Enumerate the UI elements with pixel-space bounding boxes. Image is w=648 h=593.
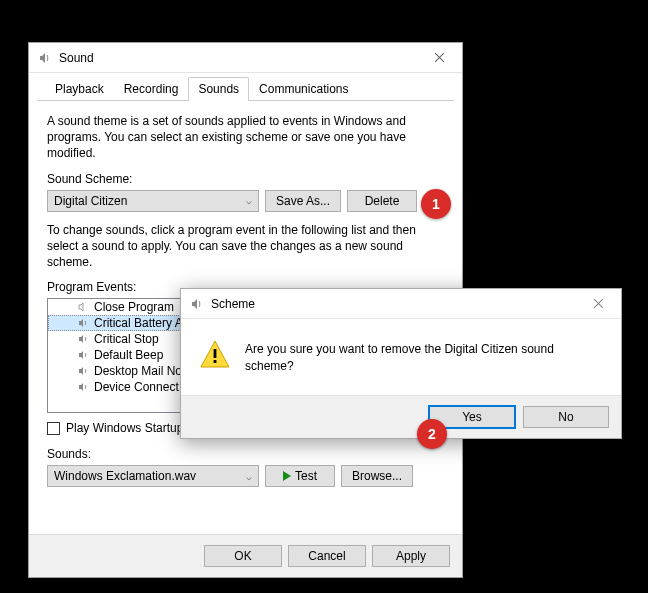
scheme-combo[interactable]: Digital Citizen ⌵ bbox=[47, 190, 259, 212]
warning-icon bbox=[199, 339, 231, 369]
annotation-badge-2: 2 bbox=[417, 419, 447, 449]
close-icon[interactable] bbox=[577, 290, 619, 318]
sounds-value: Windows Exclamation.wav bbox=[54, 469, 196, 483]
tab-recording[interactable]: Recording bbox=[114, 77, 189, 100]
sound-icon bbox=[189, 296, 205, 312]
tab-strip: Playback Recording Sounds Communications bbox=[37, 73, 454, 101]
event-label: Device Connect bbox=[94, 380, 179, 394]
dialog-title: Scheme bbox=[211, 297, 577, 311]
ok-button[interactable]: OK bbox=[204, 545, 282, 567]
speaker-icon bbox=[76, 365, 90, 377]
titlebar[interactable]: Sound bbox=[29, 43, 462, 73]
event-label: Close Program bbox=[94, 300, 174, 314]
annotation-badge-1: 1 bbox=[421, 189, 451, 219]
chevron-down-icon: ⌵ bbox=[246, 195, 252, 206]
play-icon bbox=[283, 471, 291, 481]
delete-button[interactable]: Delete bbox=[347, 190, 417, 212]
events-description: To change sounds, click a program event … bbox=[47, 222, 444, 271]
no-button[interactable]: No bbox=[523, 406, 609, 428]
scheme-dialog: Scheme Are you sure you want to remove t… bbox=[180, 288, 622, 439]
test-button[interactable]: Test bbox=[265, 465, 335, 487]
sound-icon bbox=[37, 50, 53, 66]
speaker-icon bbox=[76, 381, 90, 393]
dialog-footer: OK Cancel Apply bbox=[29, 534, 462, 577]
checkbox-icon[interactable] bbox=[47, 422, 60, 435]
event-label: Default Beep bbox=[94, 348, 163, 362]
event-label: Critical Stop bbox=[94, 332, 159, 346]
tab-communications[interactable]: Communications bbox=[249, 77, 358, 100]
cancel-button[interactable]: Cancel bbox=[288, 545, 366, 567]
svg-rect-1 bbox=[214, 360, 217, 363]
speaker-icon bbox=[76, 317, 90, 329]
scheme-label: Sound Scheme: bbox=[47, 172, 444, 186]
scheme-description: A sound theme is a set of sounds applied… bbox=[47, 113, 444, 162]
dialog-body: Are you sure you want to remove the Digi… bbox=[181, 319, 621, 395]
sounds-combo[interactable]: Windows Exclamation.wav ⌵ bbox=[47, 465, 259, 487]
speaker-icon bbox=[76, 333, 90, 345]
test-label: Test bbox=[295, 469, 317, 483]
window-title: Sound bbox=[59, 51, 418, 65]
dialog-message: Are you sure you want to remove the Digi… bbox=[245, 339, 603, 375]
dialog-buttons: Yes No bbox=[181, 395, 621, 438]
apply-button[interactable]: Apply bbox=[372, 545, 450, 567]
sounds-label: Sounds: bbox=[47, 447, 444, 461]
save-as-button[interactable]: Save As... bbox=[265, 190, 341, 212]
speaker-icon bbox=[76, 301, 90, 313]
chevron-down-icon: ⌵ bbox=[246, 471, 252, 482]
close-icon[interactable] bbox=[418, 44, 460, 72]
svg-rect-0 bbox=[214, 349, 217, 358]
scheme-value: Digital Citizen bbox=[54, 194, 127, 208]
tab-sounds[interactable]: Sounds bbox=[188, 77, 249, 100]
speaker-icon bbox=[76, 349, 90, 361]
tab-playback[interactable]: Playback bbox=[45, 77, 114, 100]
titlebar[interactable]: Scheme bbox=[181, 289, 621, 319]
browse-button[interactable]: Browse... bbox=[341, 465, 413, 487]
